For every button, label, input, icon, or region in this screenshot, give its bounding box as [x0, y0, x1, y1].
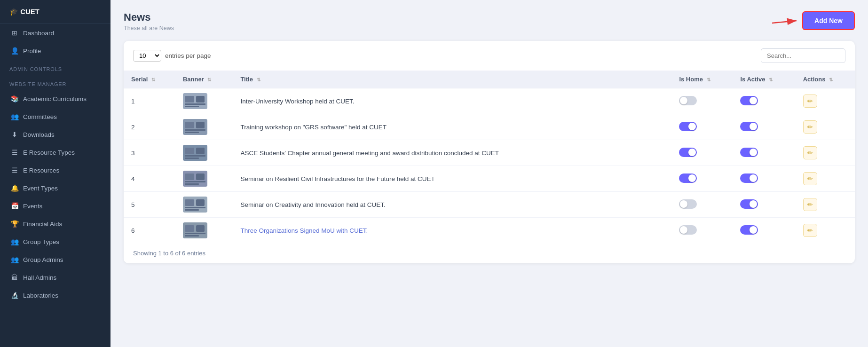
sidebar-item-events[interactable]: 📅 Events [0, 197, 110, 215]
is-home-toggle[interactable] [679, 174, 697, 183]
svg-line-1 [772, 21, 797, 23]
sidebar-item-label: Event Types [23, 185, 58, 192]
cell-banner [175, 88, 233, 114]
svg-rect-15 [185, 155, 205, 157]
entries-per-page-select[interactable]: 10 25 50 100 [133, 50, 161, 62]
table-head: Serial ⇅ Banner ⇅ Title ⇅ Is Home [124, 71, 855, 88]
cell-banner [175, 218, 233, 244]
edit-button[interactable]: ✏ [803, 120, 817, 134]
col-title: Title ⇅ [233, 71, 671, 88]
sidebar-item-label: Group Types [23, 238, 59, 245]
sidebar-item-laboratories[interactable]: 🔬 Laboratories [0, 286, 110, 304]
cell-is-active [733, 114, 795, 140]
svg-rect-30 [185, 233, 205, 234]
svg-rect-14 [196, 148, 205, 154]
cell-is-home [671, 88, 733, 114]
e-resource-types-icon: ☰ [11, 149, 18, 156]
sidebar-item-group-admins[interactable]: 👥 Group Admins [0, 251, 110, 268]
add-new-btn-wrap: Add New [802, 11, 855, 30]
cell-is-home [671, 192, 733, 218]
toggle-thumb [750, 97, 757, 104]
svg-rect-4 [196, 96, 205, 103]
search-input[interactable] [761, 48, 845, 63]
sidebar-item-committees[interactable]: 👥 Committees [0, 108, 110, 126]
is-active-toggle[interactable] [740, 96, 758, 105]
is-home-toggle[interactable] [679, 199, 697, 209]
table-card: 10 25 50 100 entries per page Serial ⇅ [124, 41, 855, 263]
toggle-track [740, 225, 758, 235]
sidebar-item-e-resource-types[interactable]: ☰ E Resource Types [0, 143, 110, 161]
toggle-track [679, 174, 697, 183]
svg-rect-13 [185, 148, 194, 154]
edit-button[interactable]: ✏ [803, 224, 817, 237]
cell-actions: ✏ [796, 166, 855, 192]
laboratories-icon: 🔬 [11, 292, 18, 299]
page-title: News [124, 11, 174, 24]
group-admins-icon: 👥 [11, 256, 18, 263]
toggle-thumb [688, 123, 696, 130]
col-is-home: Is Home ⇅ [671, 71, 733, 88]
toggle-track [740, 174, 758, 183]
dashboard-icon: ⊞ [11, 29, 18, 37]
col-is-active: Is Active ⇅ [733, 71, 795, 88]
cell-actions: ✏ [796, 192, 855, 218]
svg-rect-3 [185, 96, 194, 103]
svg-rect-28 [185, 225, 194, 232]
edit-button[interactable]: ✏ [803, 146, 817, 159]
banner-thumbnail [183, 145, 207, 161]
cell-banner [175, 166, 233, 192]
sidebar-item-hall-admins[interactable]: 🏛 Hall Admins [0, 268, 110, 286]
section-label-website: Website Manager [0, 75, 110, 90]
is-active-toggle[interactable] [740, 122, 758, 131]
sidebar-item-e-resources[interactable]: ☰ E Resources [0, 161, 110, 179]
committees-icon: 👥 [11, 113, 18, 120]
sidebar-item-academic-curriculums[interactable]: 📚 Academic Curriculums [0, 90, 110, 108]
profile-icon: 👤 [11, 47, 18, 55]
section-label-admin: Admin Controls [0, 60, 110, 75]
title-link[interactable]: Three Organizations Signed MoU with CUET… [240, 227, 368, 234]
edit-button[interactable]: ✏ [803, 95, 817, 108]
is-active-toggle[interactable] [740, 174, 758, 183]
is-home-toggle[interactable] [679, 122, 697, 131]
add-new-button[interactable]: Add New [802, 11, 855, 30]
is-active-toggle[interactable] [740, 148, 758, 157]
main-content: News These all are News Add New [110, 0, 868, 347]
table-row: 3 ASCE Students' Chapter annual general … [124, 140, 855, 166]
edit-button[interactable]: ✏ [803, 172, 817, 185]
is-active-toggle[interactable] [740, 225, 758, 235]
toggle-track [679, 148, 697, 157]
sidebar-item-label: Profile [23, 47, 41, 55]
sidebar-item-group-types[interactable]: 👥 Group Types [0, 233, 110, 251]
edit-button[interactable]: ✏ [803, 198, 817, 211]
cell-title: Seminar on Creativity and Innovation hel… [233, 192, 671, 218]
toggle-thumb [750, 123, 757, 130]
banner-thumbnail [183, 119, 207, 135]
entries-label: entries per page [165, 52, 211, 59]
sidebar-item-downloads[interactable]: ⬇ Downloads [0, 126, 110, 143]
is-home-toggle[interactable] [679, 148, 697, 157]
cell-actions: ✏ [796, 218, 855, 244]
table-body: 1 Inter-University Workshop held at CUET… [124, 88, 855, 244]
sort-icon-banner: ⇅ [207, 77, 211, 82]
cell-title: Seminar on Resilient Civil Infrastructur… [233, 166, 671, 192]
page-subtitle: These all are News [124, 25, 174, 32]
toggle-thumb [688, 149, 696, 156]
is-active-toggle[interactable] [740, 199, 758, 209]
cell-banner [175, 192, 233, 218]
banner-thumbnail [183, 197, 207, 213]
banner-thumbnail [183, 93, 207, 109]
sidebar-item-financial-aids[interactable]: 🏆 Financial Aids [0, 215, 110, 233]
is-home-toggle[interactable] [679, 96, 697, 105]
sidebar-item-profile[interactable]: 👤 Profile [0, 42, 110, 60]
svg-rect-6 [185, 106, 199, 107]
sidebar-item-event-types[interactable]: 🔔 Event Types [0, 179, 110, 197]
svg-rect-24 [196, 199, 205, 206]
is-home-toggle[interactable] [679, 225, 697, 235]
toggle-thumb [680, 200, 687, 208]
svg-rect-8 [185, 122, 194, 128]
sidebar-item-label: Events [23, 203, 42, 210]
table-row: 1 Inter-University Workshop held at CUET… [124, 88, 855, 114]
cell-is-active [733, 88, 795, 114]
sidebar-item-dashboard[interactable]: ⊞ Dashboard [0, 24, 110, 42]
cell-is-active [733, 192, 795, 218]
